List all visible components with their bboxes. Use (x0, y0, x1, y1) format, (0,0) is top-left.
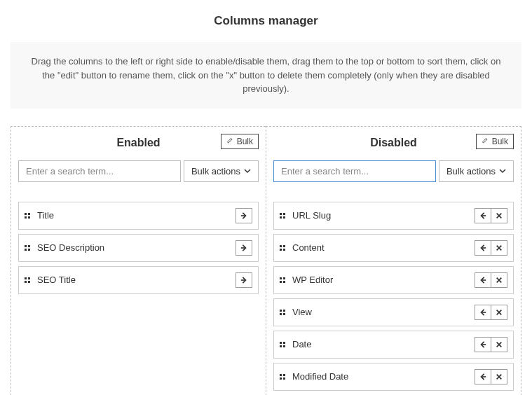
drag-handle-icon[interactable] (25, 277, 30, 283)
item-label: SEO Description (37, 242, 236, 253)
list-item[interactable]: WP Editor (273, 266, 514, 294)
item-label: Title (37, 210, 236, 221)
drag-handle-icon[interactable] (280, 374, 285, 380)
drag-handle-icon[interactable] (25, 213, 30, 219)
bulk-actions-label: Bulk actions (191, 166, 240, 176)
list-item[interactable]: URL Slug (273, 202, 514, 230)
edit-icon (226, 137, 234, 146)
drag-handle-icon[interactable] (25, 245, 30, 251)
move-right-button[interactable] (236, 208, 252, 223)
list-item[interactable]: Date (273, 331, 514, 359)
move-left-button[interactable] (475, 272, 491, 288)
list-item[interactable]: View (273, 298, 514, 326)
item-label: Content (292, 242, 475, 253)
page-title: Columns manager (11, 14, 521, 28)
delete-button[interactable] (491, 305, 507, 320)
enabled-bulk-actions-select[interactable]: Bulk actions (184, 160, 259, 182)
delete-button[interactable] (491, 272, 507, 288)
columns-container: Enabled Bulk Bulk actions TitleSEO Descr… (11, 126, 521, 396)
bulk-label: Bulk (492, 137, 508, 146)
delete-button[interactable] (491, 369, 507, 384)
disabled-bulk-button[interactable]: Bulk (476, 134, 514, 149)
item-label: WP Editor (292, 275, 475, 285)
drag-handle-icon[interactable] (280, 277, 285, 283)
bulk-actions-label: Bulk actions (446, 166, 496, 176)
enabled-panel: Enabled Bulk Bulk actions TitleSEO Descr… (11, 126, 266, 396)
item-label: URL Slug (292, 210, 475, 221)
item-label: View (292, 307, 475, 317)
move-left-button[interactable] (475, 208, 491, 223)
enabled-bulk-button[interactable]: Bulk (221, 134, 259, 149)
chevron-down-icon (499, 166, 506, 176)
list-item[interactable]: Content (273, 234, 514, 262)
chevron-down-icon (244, 166, 251, 176)
drag-handle-icon[interactable] (280, 342, 285, 347)
item-label: Modified Date (292, 371, 475, 382)
item-label: Date (292, 339, 475, 349)
delete-button[interactable] (491, 337, 507, 352)
move-left-button[interactable] (475, 240, 491, 256)
list-item[interactable]: Modified Date (273, 363, 514, 391)
item-label: SEO Title (37, 275, 236, 285)
disabled-search-input[interactable] (273, 160, 436, 182)
delete-button[interactable] (491, 240, 507, 256)
instructions-text: Drag the columns to the left or right si… (11, 42, 521, 109)
list-item[interactable]: SEO Title (18, 266, 259, 294)
enabled-items-list: TitleSEO DescriptionSEO Title (18, 202, 259, 294)
move-left-button[interactable] (475, 305, 491, 320)
drag-handle-icon[interactable] (280, 213, 285, 219)
edit-icon (482, 137, 489, 146)
move-left-button[interactable] (475, 337, 491, 352)
move-left-button[interactable] (475, 369, 491, 384)
move-right-button[interactable] (236, 240, 252, 256)
bulk-label: Bulk (237, 137, 253, 146)
list-item[interactable]: SEO Description (18, 234, 259, 262)
disabled-panel: Disabled Bulk Bulk actions URL SlugConte… (266, 126, 521, 396)
disabled-bulk-actions-select[interactable]: Bulk actions (439, 160, 514, 182)
drag-handle-icon[interactable] (280, 310, 285, 315)
list-item[interactable]: Title (18, 202, 259, 230)
drag-handle-icon[interactable] (280, 245, 285, 251)
enabled-search-input[interactable] (18, 160, 181, 182)
move-right-button[interactable] (236, 272, 252, 288)
disabled-items-list: URL SlugContentWP EditorViewDateModified… (273, 202, 514, 396)
delete-button[interactable] (491, 208, 507, 223)
